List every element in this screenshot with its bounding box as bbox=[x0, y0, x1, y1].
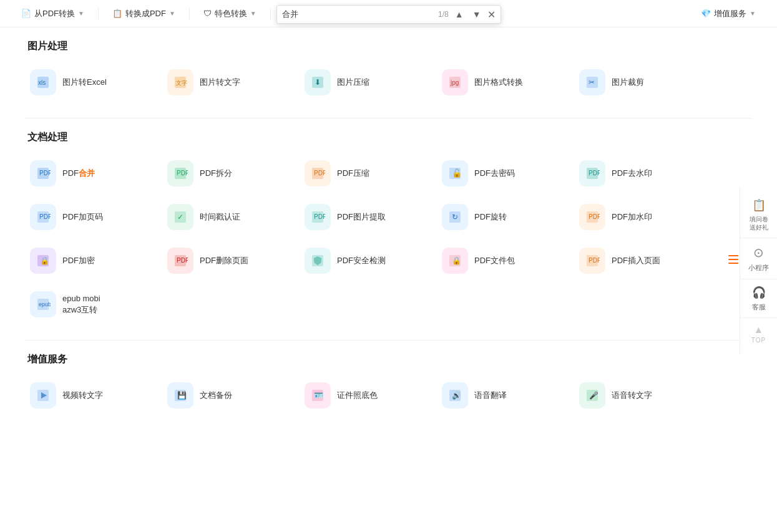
nav-from-pdf[interactable]: 📄 从PDF转换 ▼ bbox=[10, 0, 95, 27]
tool-pdf-compress-icon: PDF bbox=[305, 160, 331, 186]
tool-pdf-unlock-label: PDF去密码 bbox=[474, 168, 515, 179]
tool-time-stamp[interactable]: ✓ 时间戳认证 bbox=[162, 200, 300, 234]
svg-text:↻: ↻ bbox=[452, 213, 458, 221]
tool-img-compress[interactable]: ⬇ 图片压缩 bbox=[300, 65, 437, 99]
tool-doc-backup-icon: 💾 bbox=[167, 382, 193, 409]
tool-pdf-img-extract-icon: PDF bbox=[305, 204, 331, 230]
tool-img-compress-label: 图片压缩 bbox=[337, 77, 369, 88]
tool-pdf-img-extract-label: PDF图片提取 bbox=[337, 211, 386, 223]
service-label: 客服 bbox=[752, 302, 766, 311]
tool-pdf-split-icon: PDF bbox=[167, 160, 193, 186]
search-next-btn[interactable]: ▼ bbox=[470, 8, 484, 21]
tool-img-to-excel[interactable]: xls 图片转Excel bbox=[25, 65, 162, 99]
tool-pdf-watermark-add[interactable]: PDF PDF加水印 bbox=[574, 200, 711, 234]
tool-pdf-merge[interactable]: PDF PDF合并 bbox=[25, 157, 162, 190]
svg-text:xls: xls bbox=[38, 79, 46, 86]
tool-speech-to-text[interactable]: 🎤 语音转文字 bbox=[574, 379, 711, 412]
search-input[interactable]: 合并 bbox=[282, 10, 435, 19]
main-content: 图片处理 xls 图片转Excel 文字 图片转文字 ⬇ 图片压缩 bbox=[0, 27, 777, 443]
svg-text:⬇: ⬇ bbox=[315, 78, 321, 87]
tool-pdf-package[interactable]: 🔒 PDF文件包 bbox=[437, 244, 574, 278]
tool-epub-mobi-label: epub mobiazw3互转 bbox=[62, 293, 100, 316]
svg-text:💾: 💾 bbox=[177, 390, 187, 400]
nav-to-pdf[interactable]: 📋 转换成PDF ▼ bbox=[101, 0, 187, 27]
nav-vip[interactable]: 💎 增值服务 ▼ bbox=[690, 0, 767, 27]
miniapp-label: 小程序 bbox=[748, 263, 769, 272]
tool-epub-mobi[interactable]: epub epub mobiazw3互转 bbox=[25, 288, 162, 321]
tool-img-to-text-icon: 文字 bbox=[167, 69, 193, 95]
image-tools-grid: xls 图片转Excel 文字 图片转文字 ⬇ 图片压缩 jpg bbox=[25, 65, 752, 99]
service-icon: 🎧 bbox=[752, 286, 766, 300]
right-decorative-lines bbox=[728, 255, 738, 264]
nav-from-pdf-label: 从PDF转换 bbox=[34, 8, 75, 19]
tool-pdf-compress[interactable]: PDF PDF压缩 bbox=[300, 157, 437, 190]
svg-text:🔒: 🔒 bbox=[40, 256, 49, 265]
search-box: 合并 1/8 ▲ ▼ ✕ bbox=[276, 5, 501, 24]
svg-text:🔒: 🔒 bbox=[452, 256, 461, 265]
tool-img-crop[interactable]: ✂ 图片裁剪 bbox=[574, 65, 711, 99]
svg-text:PDF: PDF bbox=[177, 257, 188, 264]
vip-icon: 💎 bbox=[701, 9, 711, 18]
special-icon: 🛡 bbox=[203, 9, 212, 18]
nav-to-pdf-arrow: ▼ bbox=[169, 10, 175, 17]
svg-text:🔓: 🔓 bbox=[452, 168, 462, 178]
sidebar-top-btn[interactable]: ▲ TOP bbox=[740, 318, 778, 350]
tool-pdf-split-label: PDF拆分 bbox=[200, 168, 232, 179]
tool-pdf-img-extract[interactable]: PDF PDF图片提取 bbox=[300, 200, 437, 234]
search-prev-btn[interactable]: ▲ bbox=[452, 8, 466, 21]
nav-special[interactable]: 🛡 特色转换 ▼ bbox=[192, 0, 268, 27]
svg-text:PDF: PDF bbox=[314, 170, 325, 177]
tool-pdf-watermark-add-icon: PDF bbox=[579, 204, 605, 230]
tool-pdf-watermark-remove-label: PDF去水印 bbox=[612, 168, 652, 179]
nav-right: 💎 增值服务 ▼ bbox=[690, 0, 767, 27]
tool-speech-to-text-icon: 🎤 bbox=[579, 382, 605, 409]
tool-pdf-unlock[interactable]: 🔓 PDF去密码 bbox=[437, 157, 574, 190]
to-pdf-icon: 📋 bbox=[112, 9, 122, 18]
section-image-processing: 图片处理 xls 图片转Excel 文字 图片转文字 ⬇ 图片压缩 bbox=[25, 40, 752, 99]
sidebar-service-btn[interactable]: 🎧 客服 bbox=[740, 279, 778, 319]
tool-pdf-del-page-icon: PDF bbox=[167, 248, 193, 274]
svg-text:✂: ✂ bbox=[589, 78, 595, 87]
tool-pdf-watermark-remove-icon: PDF bbox=[579, 160, 605, 186]
svg-text:✓: ✓ bbox=[177, 213, 183, 221]
tool-pdf-merge-label: PDF合并 bbox=[62, 168, 95, 179]
right-sidebar: 📋 填问卷 送好礼 ⊙ 小程序 🎧 客服 ▲ TOP bbox=[740, 187, 777, 355]
sidebar-survey-btn[interactable]: 📋 填问卷 送好礼 bbox=[740, 192, 778, 238]
tool-pdf-encrypt[interactable]: 🔒 PDF加密 bbox=[25, 244, 162, 278]
nav-vip-arrow: ▼ bbox=[750, 10, 756, 17]
tool-speech-to-text-label: 语音转文字 bbox=[612, 390, 652, 401]
tool-pdf-compress-label: PDF压缩 bbox=[337, 168, 369, 179]
tool-pdf-page-num-label: PDF加页码 bbox=[62, 211, 103, 223]
tool-pdf-split[interactable]: PDF PDF拆分 bbox=[162, 157, 300, 190]
tool-pdf-security[interactable]: PDF安全检测 bbox=[300, 244, 437, 278]
top-nav: 📄 从PDF转换 ▼ 📋 转换成PDF ▼ 🛡 特色转换 ▼ 🎬 音视频转换 ▼… bbox=[0, 0, 777, 27]
nav-special-label: 特色转换 bbox=[215, 8, 247, 19]
tool-pdf-insert[interactable]: PDF PDF插入页面 bbox=[574, 244, 711, 278]
svg-text:PDF: PDF bbox=[177, 170, 188, 177]
tool-doc-backup-label: 文档备份 bbox=[200, 390, 232, 401]
tool-pdf-rotate[interactable]: ↻ PDF旋转 bbox=[437, 200, 574, 234]
tool-img-format[interactable]: jpg 图片格式转换 bbox=[437, 65, 574, 99]
svg-text:PDF: PDF bbox=[589, 213, 600, 220]
tool-pdf-del-page[interactable]: PDF PDF删除页面 bbox=[162, 244, 300, 278]
tool-pdf-security-label: PDF安全检测 bbox=[337, 255, 386, 266]
tool-doc-backup[interactable]: 💾 文档备份 bbox=[162, 379, 300, 412]
tool-pdf-insert-icon: PDF bbox=[579, 248, 605, 274]
svg-text:PDF: PDF bbox=[589, 257, 600, 264]
svg-text:文字: 文字 bbox=[176, 80, 187, 86]
tool-cert-bg-remove[interactable]: 🪪 证件照底色 bbox=[300, 379, 437, 412]
tool-speech-translate[interactable]: 🔊 语音翻译 bbox=[437, 379, 574, 412]
tool-img-format-label: 图片格式转换 bbox=[474, 77, 523, 88]
tool-img-to-text[interactable]: 文字 图片转文字 bbox=[162, 65, 300, 99]
sidebar-miniapp-btn[interactable]: ⊙ 小程序 bbox=[740, 238, 778, 279]
right-line-1 bbox=[728, 255, 738, 256]
tool-pdf-page-num-icon: PDF bbox=[30, 204, 56, 230]
tool-speech-translate-icon: 🔊 bbox=[442, 382, 468, 409]
tool-pdf-page-num[interactable]: PDF PDF加页码 bbox=[25, 200, 162, 234]
section-doc-processing: 文档处理 PDF PDF合并 PDF PDF拆分 PDF PDF压缩 bbox=[25, 131, 752, 321]
tool-pdf-watermark-remove[interactable]: PDF PDF去水印 bbox=[574, 157, 711, 190]
tool-video-to-text[interactable]: 视频转文字 bbox=[25, 379, 162, 412]
search-count: 1/8 bbox=[438, 10, 449, 19]
search-close-btn[interactable]: ✕ bbox=[487, 9, 496, 21]
tool-img-to-excel-icon: xls bbox=[30, 69, 56, 95]
